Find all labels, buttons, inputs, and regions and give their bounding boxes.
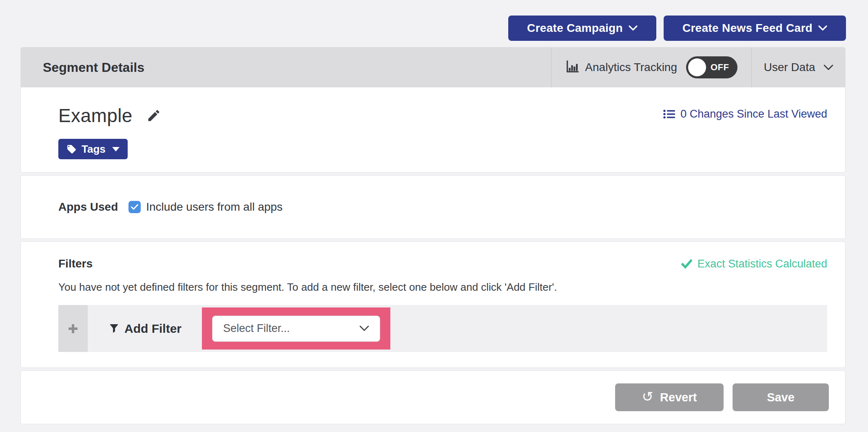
tags-button-label: Tags <box>82 143 106 156</box>
exact-statistics-status: Exact Statistics Calculated <box>681 258 827 270</box>
changes-link-label: 0 Changes Since Last Viewed <box>680 108 827 120</box>
exact-statistics-label: Exact Statistics Calculated <box>698 258 827 270</box>
chevron-down-icon <box>629 25 638 31</box>
toggle-knob <box>688 58 706 76</box>
select-filter-placeholder: Select Filter... <box>223 322 359 335</box>
segment-title-section: Example 0 Change <box>21 87 845 172</box>
include-all-apps-label: Include users from all apps <box>146 200 283 214</box>
apps-used-card: Apps Used Include users from all apps <box>20 175 846 239</box>
analytics-tracking-group: Analytics Tracking OFF <box>551 47 751 87</box>
chevron-down-icon <box>824 65 833 71</box>
tag-icon <box>66 144 77 154</box>
create-news-feed-card-label: Create News Feed Card <box>682 22 813 35</box>
segment-details-panel: Segment Details Analytics Tracking OFF <box>20 47 846 424</box>
segment-header-card: Segment Details Analytics Tracking OFF <box>20 47 846 173</box>
filters-empty-message: You have not yet defined filters for thi… <box>58 281 827 294</box>
chevron-down-icon <box>359 325 369 332</box>
create-news-feed-card-button[interactable]: Create News Feed Card <box>664 16 846 41</box>
check-icon <box>681 259 692 269</box>
select-filter-dropdown[interactable]: Select Filter... <box>212 316 380 342</box>
list-icon <box>663 109 675 119</box>
tags-button[interactable]: Tags <box>58 139 128 159</box>
toggle-state-label: OFF <box>711 62 729 73</box>
highlight-annotation: Select Filter... <box>202 307 390 350</box>
caret-down-icon <box>112 147 120 151</box>
filters-card: Filters Exact Statistics Calculated You … <box>20 241 846 368</box>
top-action-bar: Create Campaign Create News Feed Card <box>508 16 846 41</box>
apps-used-label: Apps Used <box>58 200 118 214</box>
analytics-tracking-toggle[interactable]: OFF <box>686 56 737 78</box>
revert-button[interactable]: ↺ Revert <box>615 383 724 411</box>
add-filter-label-group: Add Filter <box>109 322 182 336</box>
filter-funnel-icon <box>109 323 119 334</box>
filters-heading: Filters <box>58 257 93 270</box>
changes-since-last-viewed-link[interactable]: 0 Changes Since Last Viewed <box>663 108 827 120</box>
add-filter-row: Add Filter Select Filter... <box>58 305 827 352</box>
checkmark-icon <box>131 204 139 210</box>
chevron-down-icon <box>818 25 827 31</box>
add-filter-plus-button[interactable] <box>58 305 88 352</box>
segment-details-header: Segment Details Analytics Tracking OFF <box>21 47 845 87</box>
edit-pencil-icon[interactable] <box>146 108 161 123</box>
revert-button-label: Revert <box>660 391 697 404</box>
segment-name: Example <box>58 105 133 127</box>
plus-icon <box>67 323 79 335</box>
create-campaign-button[interactable]: Create Campaign <box>508 16 656 41</box>
user-data-label: User Data <box>764 61 815 74</box>
add-filter-label: Add Filter <box>124 322 182 336</box>
save-button[interactable]: Save <box>733 383 829 411</box>
page-title: Segment Details <box>21 47 551 87</box>
create-campaign-label: Create Campaign <box>527 22 623 35</box>
bar-chart-icon <box>565 60 579 75</box>
revert-icon: ↺ <box>642 390 654 403</box>
include-all-apps-checkbox[interactable] <box>128 201 141 213</box>
footer-actions-card: ↺ Revert Save <box>20 370 846 424</box>
save-button-label: Save <box>767 391 795 404</box>
analytics-tracking-label: Analytics Tracking <box>585 61 677 74</box>
user-data-dropdown[interactable]: User Data <box>751 47 845 87</box>
